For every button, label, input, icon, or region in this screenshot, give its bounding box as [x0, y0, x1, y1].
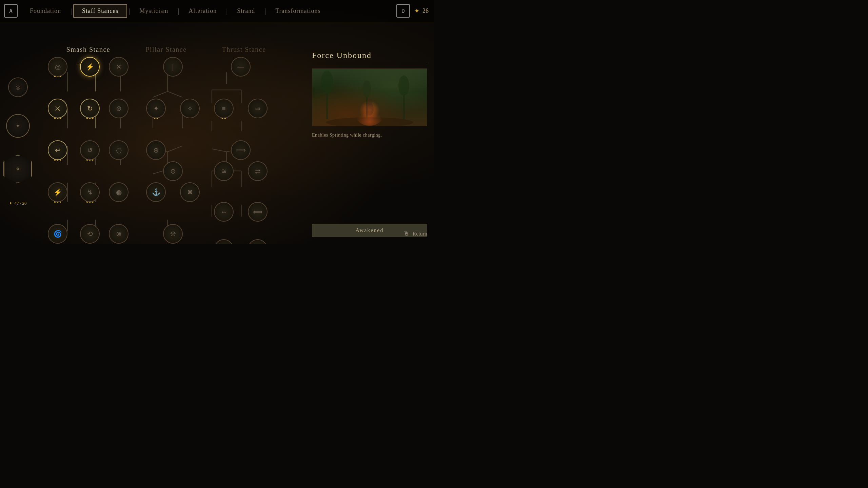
thrust-top[interactable]: —: [231, 57, 251, 77]
thrust-r2[interactable]: ⇌: [248, 161, 268, 181]
main-content: ◎ ✦ ✧ ✦ 47 / 20 Smash Stance Pillar Stan…: [0, 22, 434, 244]
nav-item-mysticism[interactable]: Mysticism: [131, 5, 176, 17]
smash-c1-r2[interactable]: ⚔: [48, 99, 67, 118]
smash-c3-r1-icon: ✕: [116, 63, 122, 71]
smash-c2-r1-icon: ⚡: [86, 63, 94, 71]
thrust-l2-icon: ≋: [221, 167, 227, 175]
svg-point-48: [367, 99, 372, 106]
pillar-mid-icon: ⊙: [170, 167, 176, 175]
pillar-r3-icon: ✖: [187, 188, 193, 196]
nav-sep-3: |: [178, 7, 179, 15]
smash-c1-r3-icon: ↩: [55, 146, 61, 154]
nav-right: D ✦ 26: [396, 4, 429, 18]
pillar-mid[interactable]: ⊙: [163, 161, 183, 181]
cost-value: 47 / 20: [14, 200, 26, 206]
pillar-r1-icon: ✧: [187, 104, 193, 113]
smash-c3-r3[interactable]: ◌: [109, 140, 129, 160]
pillar-r1[interactable]: ✧: [180, 99, 200, 118]
info-panel-image: [312, 68, 427, 126]
nav-item-foundation[interactable]: Foundation: [22, 5, 69, 17]
smash-c1-r3[interactable]: ↩: [48, 140, 67, 160]
nav-item-strand[interactable]: Strand: [229, 5, 263, 17]
pillar-l1-icon: ✦: [153, 104, 159, 113]
tree-area: ◎ ✦ ✧ ✦ 47 / 20 Smash Stance Pillar Stan…: [27, 46, 305, 237]
smash-c3-r4[interactable]: ◍: [109, 182, 129, 202]
cost-display: ✦ 47 / 20: [9, 200, 26, 206]
smash-c3-r1[interactable]: ✕: [109, 57, 129, 77]
svg-point-43: [398, 76, 409, 96]
pillar-bottom[interactable]: ❊: [163, 224, 183, 244]
currency-icon: ✦: [414, 7, 420, 15]
nav-item-transformations[interactable]: Transformations: [267, 5, 329, 17]
smash-c2-r2[interactable]: ↻: [80, 99, 100, 118]
svg-line-21: [167, 146, 182, 152]
thrust-top-icon: —: [237, 63, 244, 71]
info-panel-title: Force Unbound: [312, 51, 427, 63]
return-button[interactable]: 🖱 Return: [403, 230, 427, 237]
thrust-l1[interactable]: ≡: [214, 99, 234, 118]
nav-bar: A Foundation | Staff Stances | Mysticism…: [0, 0, 434, 22]
return-label: Return: [412, 231, 427, 237]
char-node-1[interactable]: ◎: [8, 77, 28, 97]
pillar-l3-icon: ⚓: [152, 188, 160, 196]
thrust-l1-icon: ≡: [222, 105, 225, 113]
smash-c1-r5[interactable]: 🌀: [48, 224, 67, 244]
pillar-r3[interactable]: ✖: [180, 182, 200, 202]
cost-icon: ✦: [9, 200, 13, 206]
pillar-top-icon: |: [172, 63, 174, 71]
pillar-top[interactable]: |: [163, 57, 183, 77]
smash-c3-r3-icon: ◌: [116, 146, 122, 154]
smash-c1-r1-icon: ◎: [55, 63, 61, 71]
svg-point-45: [363, 81, 371, 97]
smash-c1-r4[interactable]: ⚡: [48, 182, 67, 202]
thrust-mid1[interactable]: ⟹: [231, 140, 251, 160]
svg-point-41: [321, 70, 333, 94]
smash-c1-r1[interactable]: ◎: [48, 57, 67, 77]
thrust-l3-icon: ↔: [220, 208, 227, 216]
pillar-l3[interactable]: ⚓: [146, 182, 166, 202]
smash-c2-r1[interactable]: ⚡: [80, 57, 100, 77]
thrust-l4[interactable]: ⊞: [214, 239, 234, 244]
smash-c1-r5-icon: 🌀: [54, 230, 62, 238]
char-node-2[interactable]: ✦: [6, 114, 30, 138]
nav-sep-2: |: [129, 7, 130, 15]
pillar-stance-label: Pillar Stance: [145, 46, 186, 54]
thrust-r4[interactable]: ⊟: [248, 239, 268, 244]
smash-c2-r5-icon: ⟲: [87, 230, 93, 238]
smash-c2-r4[interactable]: ↯: [80, 182, 100, 202]
char-node-2-icon: ✦: [16, 123, 20, 129]
smash-stance-label: Smash Stance: [66, 46, 111, 54]
pillar-l2-icon: ⊕: [153, 146, 159, 154]
smash-c3-r5[interactable]: ⊗: [109, 224, 129, 244]
smash-c2-r3[interactable]: ↺: [80, 140, 100, 160]
smash-c1-r2-icon: ⚔: [55, 104, 61, 113]
nav-btn-d[interactable]: D: [396, 4, 410, 18]
pillar-l1[interactable]: ✦: [146, 99, 166, 118]
smash-c1-r4-icon: ⚡: [54, 188, 62, 196]
svg-point-49: [356, 106, 383, 126]
svg-line-16: [153, 92, 167, 97]
thrust-r1[interactable]: ⇒: [248, 99, 268, 118]
nav-btn-a[interactable]: A: [4, 4, 18, 18]
smash-c2-r5[interactable]: ⟲: [80, 224, 100, 244]
info-panel-description: Enables Sprinting while charging.: [312, 131, 427, 139]
smash-c3-r4-icon: ◍: [116, 188, 122, 196]
info-spacer: [312, 144, 427, 218]
thrust-l3[interactable]: ↔: [214, 202, 234, 222]
char-node-3[interactable]: ✧: [3, 155, 32, 183]
thrust-stance-label: Thrust Stance: [222, 46, 266, 54]
pillar-bottom-icon: ❊: [170, 230, 176, 238]
smash-c2-r2-icon: ↻: [87, 104, 93, 113]
nav-item-alteration[interactable]: Alteration: [180, 5, 225, 17]
smash-c3-r2-icon: ⊘: [116, 104, 122, 113]
return-icon: 🖱: [403, 230, 410, 237]
nav-item-staff-stances[interactable]: Staff Stances: [73, 4, 127, 18]
scene-trees-svg: [312, 69, 427, 126]
pillar-l2[interactable]: ⊕: [146, 140, 166, 160]
smash-c2-r3-icon: ↺: [87, 146, 93, 154]
thrust-l2[interactable]: ≋: [214, 161, 234, 181]
char-node-1-icon: ◎: [16, 84, 20, 90]
pillar-l1-dots: [154, 117, 158, 243]
thrust-r3[interactable]: ⟺: [248, 202, 268, 222]
smash-c3-r2[interactable]: ⊘: [109, 99, 129, 118]
